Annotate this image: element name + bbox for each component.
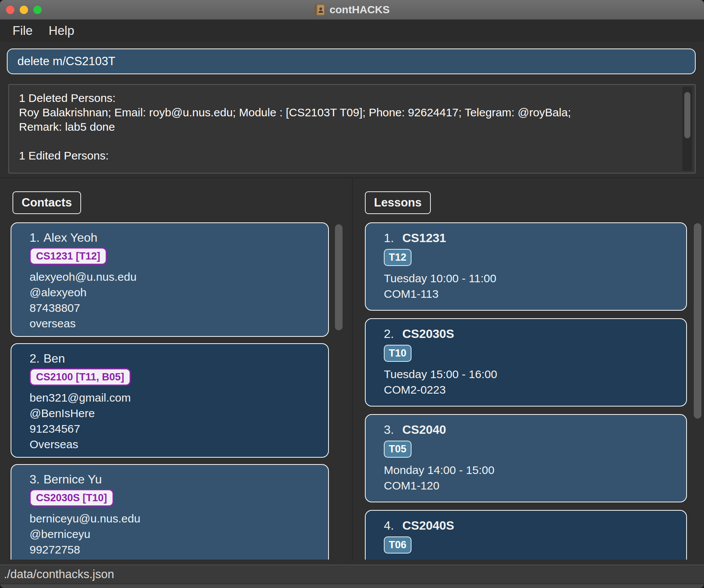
result-line: Remark: lab5 done	[19, 120, 671, 134]
app-window: contHACKS File Help 1 Deleted Persons:Ro…	[0, 0, 704, 588]
result-display[interactable]: 1 Deleted Persons:Roy Balakrishnan; Emai…	[8, 84, 696, 174]
lesson-time: Tuesday 15:00 - 16:00	[384, 366, 668, 382]
lesson-module: 3.CS2040	[384, 421, 668, 438]
status-file-path: ./data/conthacks.json	[4, 568, 114, 581]
contact-name: 1.Alex Yeoh	[30, 229, 310, 246]
contact-module-tag: CS1231 [T12]	[30, 247, 107, 265]
lesson-module: 1.CS1231	[384, 229, 668, 247]
contact-email: alexyeoh@u.nus.edu	[30, 269, 310, 285]
split-panes: Contacts 1.Alex Yeoh CS1231 [T12] alexye…	[0, 177, 704, 561]
lesson-group-tag: T06	[384, 536, 411, 554]
lesson-module: 2.CS2030S	[384, 325, 668, 342]
statusbar: ./data/conthacks.json	[0, 565, 704, 583]
result-line: 1 Edited Persons:	[19, 149, 671, 163]
contact-remark: Overseas	[30, 436, 310, 452]
contact-card[interactable]: 2.Ben CS2100 [T11, B05] ben321@gmail.com…	[11, 343, 329, 458]
result-line	[19, 134, 671, 149]
contact-telegram: @berniceyu	[30, 526, 310, 542]
contact-telegram: @alexyeoh	[30, 285, 310, 300]
contacts-header: Contacts	[13, 191, 81, 214]
menu-file[interactable]: File	[13, 23, 33, 38]
lessons-list: 1.CS1231 T12 Tuesday 10:00 - 11:00 COM1-…	[365, 222, 687, 560]
lessons-scrollbar-thumb[interactable]	[694, 223, 701, 419]
contacts-pane: Contacts 1.Alex Yeoh CS1231 [T12] alexye…	[0, 178, 352, 561]
contact-name: 2.Ben	[30, 350, 310, 367]
window-title-area: contHACKS	[0, 0, 704, 19]
minimize-window-button[interactable]	[20, 6, 28, 14]
lesson-card[interactable]: 1.CS1231 T12 Tuesday 10:00 - 11:00 COM1-…	[365, 222, 687, 311]
contacts-scrollbar-thumb[interactable]	[335, 224, 343, 330]
contacts-header-label: Contacts	[22, 196, 72, 209]
result-scrollbar-thumb[interactable]	[684, 92, 690, 138]
contact-email: ben321@gmail.com	[30, 390, 310, 405]
lesson-time: Monday 14:00 - 15:00	[384, 462, 668, 478]
lesson-module: 4.CS2040S	[384, 517, 668, 534]
window-title: contHACKS	[330, 4, 390, 16]
contact-module-tag: CS2030S [T10]	[30, 489, 114, 507]
contact-name: 3.Bernice Yu	[30, 471, 310, 488]
contacts-list: 1.Alex Yeoh CS1231 [T12] alexyeoh@u.nus.…	[11, 222, 329, 560]
result-text: 1 Deleted Persons:Roy Balakrishnan; Emai…	[19, 91, 671, 163]
contact-phone: 99272758	[30, 542, 310, 557]
contact-remark: overseas	[30, 316, 310, 331]
lesson-group-tag: T12	[384, 249, 411, 266]
lesson-venue: COM1-120	[384, 478, 668, 493]
address-book-icon	[314, 4, 325, 16]
window-bottom-edge	[0, 584, 704, 588]
contact-card[interactable]: 3.Bernice Yu CS2030S [T10] berniceyu@u.n…	[11, 464, 329, 560]
contact-email: berniceyu@u.nus.edu	[30, 511, 310, 526]
menubar: File Help	[0, 20, 704, 42]
lesson-time: Tuesday 10:00 - 11:00	[384, 271, 668, 286]
lesson-card[interactable]: 2.CS2030S T10 Tuesday 15:00 - 16:00 COM2…	[365, 318, 687, 407]
lesson-card[interactable]: 4.CS2040S T06 Monday 10:50 - 15:50	[365, 510, 687, 560]
lessons-header-label: Lessons	[374, 196, 422, 209]
contact-phone: 91234567	[30, 421, 310, 436]
lesson-card[interactable]: 3.CS2040 T05 Monday 14:00 - 15:00 COM1-1…	[365, 414, 687, 502]
result-scrollbar[interactable]	[682, 87, 692, 171]
close-window-button[interactable]	[6, 6, 14, 14]
lessons-header: Lessons	[365, 191, 431, 214]
lesson-time: Monday 10:50 - 15:50	[384, 558, 668, 560]
contact-module-tag: CS2100 [T11, B05]	[30, 368, 131, 386]
lessons-pane: Lessons 1.CS1231 T12 Tuesday 10:00 - 11:…	[353, 178, 704, 561]
lesson-group-tag: T10	[384, 345, 411, 362]
contact-telegram: @BenIsHere	[30, 405, 310, 421]
maximize-window-button[interactable]	[33, 6, 42, 14]
result-line: Roy Balakrishnan; Email: royb@u.nus.edu;…	[19, 105, 671, 120]
traffic-lights	[6, 6, 42, 14]
lesson-group-tag: T05	[384, 441, 411, 458]
titlebar: contHACKS	[0, 0, 704, 20]
lesson-venue: COM2-0223	[384, 382, 668, 397]
result-line: 1 Deleted Persons:	[19, 91, 671, 105]
lesson-venue: COM1-113	[384, 286, 668, 302]
menu-help[interactable]: Help	[48, 23, 74, 38]
contact-card[interactable]: 1.Alex Yeoh CS1231 [T12] alexyeoh@u.nus.…	[11, 222, 329, 337]
contact-phone: 87438807	[30, 300, 310, 316]
command-input[interactable]	[7, 48, 696, 74]
